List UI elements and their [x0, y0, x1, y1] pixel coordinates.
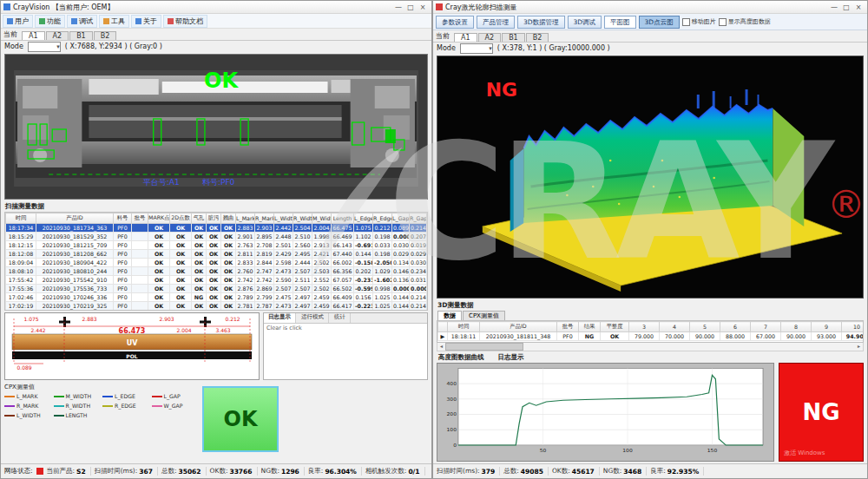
table-row[interactable]: 17:55:3620210930_175536_733PF0OKOKOKOKOK… — [6, 285, 427, 293]
col-header: L_Mark — [236, 213, 255, 224]
tab-b1[interactable]: B1 — [502, 33, 525, 42]
uv-label: UV — [127, 339, 138, 347]
table-row[interactable]: 18:17:3420210930_181734_363PF0OKOKOKOKOK… — [6, 224, 427, 233]
tab-prefix: 当前 — [3, 30, 17, 40]
col-header: 脏污 — [207, 213, 221, 224]
col-header: 批号 — [557, 322, 579, 332]
right-table: 时间产品ID批号结果平整度34567891011▶18:18:112021093… — [437, 321, 864, 341]
log-tab-0[interactable]: 日志显示 — [264, 313, 296, 323]
minimize-button[interactable]: — — [828, 3, 840, 11]
mode-select[interactable]: ▾ — [460, 43, 493, 54]
legend-item: M_WIDTH — [54, 393, 100, 399]
col-header: 8 — [781, 322, 812, 332]
col-header: Length — [332, 213, 354, 224]
table-row[interactable]: 17:55:4220210930_175542_910PF0OKOKOKOKOK… — [6, 276, 427, 285]
col-header: M_Width — [312, 213, 332, 224]
tab-a1[interactable]: A1 — [22, 31, 45, 40]
checkbox-show-heightmap[interactable]: 显示高度图数据 — [719, 17, 771, 26]
menu-tools[interactable]: 工具 — [99, 15, 129, 28]
horizontal-scrollbar[interactable]: ◂ ▸ — [437, 343, 864, 351]
col-header: 产品ID — [36, 213, 114, 224]
close-button[interactable]: × — [417, 3, 429, 11]
minimize-button[interactable]: — — [392, 3, 404, 11]
legend-item: W_GAP — [152, 403, 198, 409]
status-total-count: 总数:49085 — [503, 467, 549, 476]
col-header: 3 — [629, 322, 660, 332]
tab-a2[interactable]: A2 — [478, 33, 502, 42]
tab-a1[interactable]: A1 — [454, 33, 477, 42]
function-icon — [39, 18, 45, 24]
menu-function[interactable]: 功能 — [35, 15, 65, 28]
col-header: 4 — [660, 322, 690, 332]
pointcloud-view[interactable]: NG — [437, 56, 864, 299]
table-row[interactable]: 17:02:4620210930_170246_336PF0OKOKNGOKOK… — [6, 293, 427, 302]
chart-header: 高度图数据曲线 日志显示 — [433, 351, 867, 363]
camera-image-svg: OK 平台号:A1 料号:PF0 — [5, 55, 427, 199]
status-ok-count: OK数:45617 — [552, 467, 600, 476]
right-tabbar: 当前A1A2B1B2 — [433, 30, 867, 43]
maximize-button[interactable]: □ — [840, 3, 852, 11]
log-tab-2[interactable]: 统计 — [330, 313, 351, 323]
right-moderow: Mode ▾ ( X:378, Y:1 ) ( Gray:10000.000 ) — [433, 43, 867, 54]
left-bottom-panel: UV POL 1.075 2.883 — [1, 311, 431, 463]
left-table-wrap[interactable]: 时间产品ID料号批号MARK点2D点数气孔脏污翘曲L_MarkR_MarkL_W… — [4, 212, 428, 311]
checkbox-icon — [719, 18, 727, 26]
legend-item: L_MARK — [4, 393, 50, 399]
table-row[interactable]: ▶18:18:1120210930_181811_348PF0NGOK79.00… — [438, 332, 865, 341]
chart-title: 高度图数据曲线 — [438, 353, 484, 362]
user-icon — [7, 18, 13, 24]
col-header: 平整度 — [601, 322, 629, 332]
col-header: 气孔 — [192, 213, 207, 224]
checkbox-move-image[interactable]: 移动图片 — [682, 17, 716, 26]
toolbar-data-manage[interactable]: 3D数据管理 — [517, 16, 565, 29]
height-chart-panel: 010020030040050100150 — [437, 363, 774, 462]
log-tab-1[interactable]: 运行模式 — [297, 313, 329, 323]
left-table-title: 扫描测量数据 — [1, 201, 431, 212]
toolbar-plan-view[interactable]: 平面图 — [604, 16, 636, 29]
toolbar-debug-3d[interactable]: 3D调试 — [568, 16, 602, 29]
toolbar-product-manage[interactable]: 产品管理 — [477, 16, 515, 29]
table-row[interactable]: 18:12:0820210930_181208_662PF0OKOKOKOKOK… — [6, 250, 427, 259]
table-row[interactable]: 18:09:0420210930_180904_422PF0OKOKOKOKOK… — [6, 259, 427, 267]
col-header: R_Mark — [255, 213, 274, 224]
maximize-button[interactable]: □ — [404, 3, 417, 11]
data-tab-0[interactable]: 数据 — [437, 311, 462, 320]
app-icon — [436, 3, 443, 10]
table-row[interactable]: 18:12:1520210930_181215_709PF0OKOKOKOKOK… — [6, 241, 427, 250]
tab-b2[interactable]: B2 — [526, 33, 549, 42]
scrollbar-thumb[interactable] — [445, 343, 523, 351]
table-row[interactable]: 18:15:2920210930_181529_352PF0OKOKOKOKOK… — [6, 233, 427, 241]
legend-item: R_WIDTH — [54, 403, 100, 409]
right-titlebar: Cray激光轮廓扫描测量 — □ × — [433, 1, 867, 14]
close-button[interactable]: × — [852, 3, 865, 11]
table-row[interactable]: 18:08:1020210930_180810_244PF0OKOKOKOKOK… — [6, 267, 427, 276]
scroll-left-arrow[interactable]: ◂ — [437, 343, 445, 350]
activate-windows-note: 激活 Windows — [784, 449, 825, 457]
col-header: 批号 — [132, 213, 148, 224]
svg-text:3.463: 3.463 — [215, 327, 230, 333]
right-window: Cray激光轮廓扫描测量 — □ × 参数设置产品管理3D数据管理3D调试平面图… — [432, 0, 868, 479]
tab-b1[interactable]: B1 — [69, 31, 93, 40]
camera-image[interactable]: OK 平台号:A1 料号:PF0 — [4, 54, 428, 200]
menu-about[interactable]: 关于 — [131, 15, 161, 28]
toolbar-param-settings[interactable]: 参数设置 — [436, 16, 474, 29]
menu-debug[interactable]: 调试 — [67, 15, 97, 28]
tab-b2[interactable]: B2 — [94, 31, 117, 40]
menu-help-doc[interactable]: 帮助文档 — [163, 15, 207, 28]
menu-user[interactable]: 用户 — [3, 15, 33, 28]
mode-select[interactable]: ▾ — [28, 42, 61, 52]
status-yield: 良率:92.935% — [650, 467, 704, 476]
col-header: MARK点 — [148, 213, 170, 224]
platform-text: 平台号:A1 — [143, 178, 180, 187]
left-window: CrayVision 【当前用户: OEM】 — □ × 用户功能调试工具关于帮… — [0, 0, 432, 479]
cursor-coords: ( X:7688, Y:2934 ) ( Gray:0 ) — [65, 43, 162, 50]
scroll-right-arrow[interactable]: ▸ — [855, 343, 863, 350]
tab-a2[interactable]: A2 — [46, 31, 69, 40]
about-icon — [135, 18, 141, 24]
col-header — [438, 322, 448, 332]
mode-label: Mode — [4, 43, 23, 50]
data-tab-1[interactable]: CPX测量值 — [463, 311, 505, 320]
toolbar-pointcloud-view[interactable]: 3D点云图 — [639, 16, 680, 29]
table-row[interactable]: 17:02:1920210930_170219_325PF0OKOKOKOKOK… — [6, 302, 427, 311]
right-table-wrap[interactable]: 时间产品ID批号结果平整度34567891011▶18:18:112021093… — [437, 320, 864, 343]
